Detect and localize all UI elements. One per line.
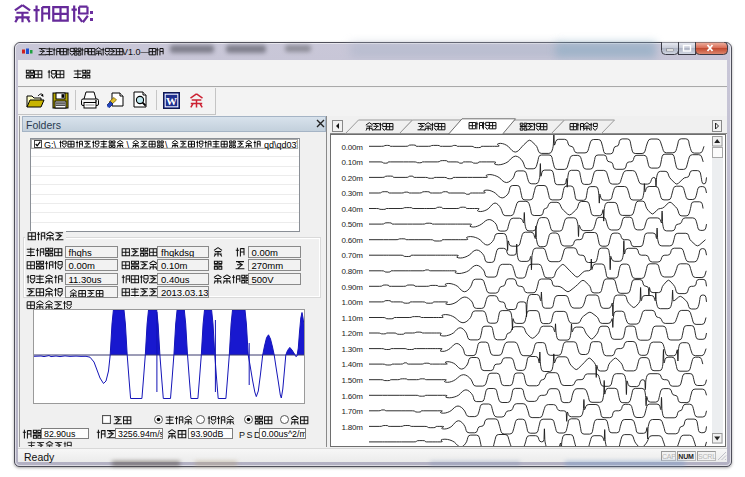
svg-text:1.80m: 1.80m bbox=[341, 422, 363, 431]
svg-text:1.50m: 1.50m bbox=[341, 375, 363, 384]
svg-text:0.60m: 0.60m bbox=[341, 235, 363, 244]
svg-text:0.30m: 0.30m bbox=[341, 189, 363, 198]
svg-text:0.40m: 0.40m bbox=[341, 204, 363, 213]
svg-text:0.80m: 0.80m bbox=[341, 267, 363, 276]
svg-text:1.00m: 1.00m bbox=[341, 298, 363, 307]
svg-text:0.20m: 0.20m bbox=[341, 173, 363, 182]
svg-text:W: W bbox=[166, 95, 177, 107]
svg-text:0.10m: 0.10m bbox=[341, 158, 363, 167]
svg-text:1.70m: 1.70m bbox=[341, 407, 363, 416]
svg-text:1.60m: 1.60m bbox=[341, 391, 363, 400]
svg-text:0.70m: 0.70m bbox=[341, 251, 363, 260]
svg-text:1.40m: 1.40m bbox=[341, 360, 363, 369]
svg-text:0.90m: 0.90m bbox=[341, 282, 363, 291]
svg-text:0.00m: 0.00m bbox=[341, 142, 363, 151]
svg-text:1.10m: 1.10m bbox=[341, 313, 363, 322]
svg-text:0.50m: 0.50m bbox=[341, 220, 363, 229]
svg-text:1.20m: 1.20m bbox=[341, 329, 363, 338]
svg-text:1.30m: 1.30m bbox=[341, 344, 363, 353]
